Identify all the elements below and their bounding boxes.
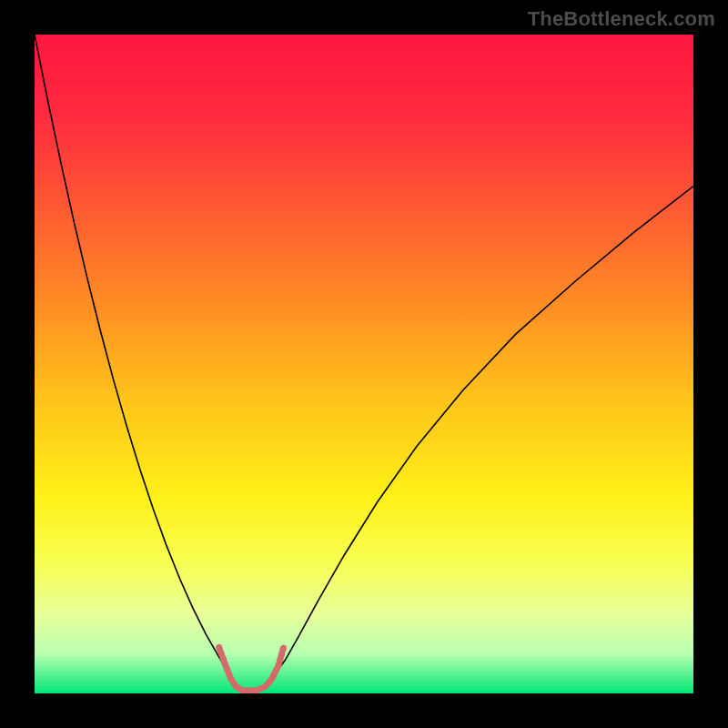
- chart-background: [35, 35, 693, 693]
- watermark-text: TheBottleneck.com: [528, 7, 715, 31]
- bottleneck-chart: [35, 35, 693, 693]
- chart-frame: TheBottleneck.com: [0, 0, 728, 728]
